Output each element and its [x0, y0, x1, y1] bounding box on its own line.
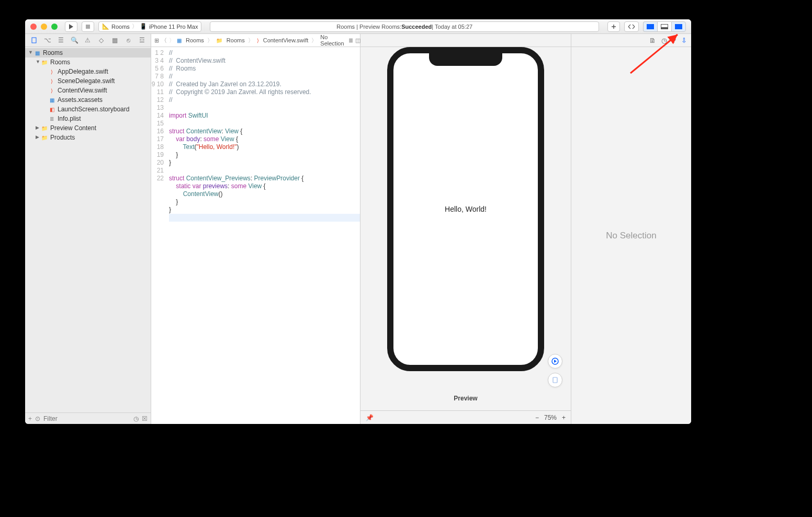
svg-rect-7: [32, 38, 36, 43]
project-icon: ▦: [177, 37, 182, 44]
chevron-right-icon: 〉: [207, 37, 213, 44]
jumpbar-project[interactable]: Rooms: [186, 37, 204, 43]
jump-bar[interactable]: ⊞ 〈 〉 ▦ Rooms 〉 📁 Rooms 〉 ⟩ ContentView.…: [151, 34, 360, 47]
tree-file-infoplist[interactable]: ≣Info.plist: [25, 114, 151, 123]
stop-button[interactable]: [82, 21, 94, 32]
find-navigator-tab[interactable]: 🔍: [70, 36, 78, 44]
minimize-window-button[interactable]: [41, 24, 47, 30]
source-editor: ⊞ 〈 〉 ▦ Rooms 〉 📁 Rooms 〉 ⟩ ContentView.…: [151, 34, 360, 424]
forward-button[interactable]: 〉: [169, 36, 175, 44]
code-area[interactable]: 1 2 3 4 5 6 7 8 9 10 11 12 13 14 15 16 1…: [151, 47, 360, 424]
navigator-tabs: ⌥ ☰ 🔍 ⚠ ◇ ▦ ⎋ ☲: [25, 34, 151, 47]
svg-rect-0: [86, 25, 90, 29]
report-navigator-tab[interactable]: ☲: [138, 36, 146, 44]
adjust-editor-button[interactable]: ◫: [355, 36, 360, 44]
debug-navigator-tab[interactable]: ▦: [110, 36, 119, 44]
svg-rect-2: [647, 24, 649, 29]
navigator-footer: + ⊙ ◷ ☒: [25, 412, 151, 424]
back-button[interactable]: 〈: [161, 36, 167, 44]
scm-filter-button[interactable]: ☒: [142, 415, 148, 422]
issue-navigator-tab[interactable]: ⚠: [84, 36, 92, 44]
toggle-debug-area-button[interactable]: [657, 21, 671, 32]
editor-area: ⊞ 〈 〉 ▦ Rooms 〉 📁 Rooms 〉 ⟩ ContentView.…: [151, 34, 691, 424]
tree-file-scenedelegate[interactable]: ⟩SceneDelegate.swift: [25, 76, 151, 86]
code-review-button[interactable]: [624, 21, 639, 32]
filter-icon: ⊙: [35, 415, 40, 422]
preview-on-device-button[interactable]: [548, 373, 562, 387]
zoom-out-button[interactable]: −: [535, 414, 539, 421]
source-text[interactable]: //// ContentView.swift// Rooms//// Creat…: [167, 47, 360, 424]
filter-input[interactable]: [43, 415, 130, 422]
tree-label: SceneDelegate.swift: [58, 77, 115, 85]
tree-label: ContentView.swift: [58, 87, 107, 94]
quick-help-tab[interactable]: ?: [672, 37, 676, 44]
jumpbar-group[interactable]: Rooms: [227, 37, 245, 43]
line-gutter: 1 2 3 4 5 6 7 8 9 10 11 12 13 14 15 16 1…: [151, 47, 167, 424]
tree-label: Info.plist: [58, 115, 81, 122]
tree-file-assets[interactable]: ▦Assets.xcassets: [25, 95, 151, 105]
zoom-in-button[interactable]: +: [562, 414, 566, 421]
tree-label: Assets.xcassets: [58, 96, 103, 104]
tree-file-appdelegate[interactable]: ⟩AppDelegate.swift: [25, 67, 151, 76]
folder-icon: 📁: [216, 37, 222, 44]
project-navigator-tab[interactable]: [30, 36, 38, 44]
tree-label: Products: [50, 134, 75, 141]
test-navigator-tab[interactable]: ◇: [97, 36, 106, 44]
activity-status: Rooms | Preview Rooms: Succeeded | Today…: [210, 21, 599, 32]
recent-filter-button[interactable]: ◷: [133, 415, 139, 422]
zoom-window-button[interactable]: [51, 24, 58, 30]
tree-file-launchscreen[interactable]: ◧LaunchScreen.storyboard: [25, 105, 151, 114]
toggle-navigator-button[interactable]: [643, 21, 657, 32]
live-preview-button[interactable]: [548, 354, 562, 369]
tree-group-preview-content[interactable]: ▶📁Preview Content: [25, 123, 151, 133]
pin-preview-button[interactable]: 📌: [366, 414, 374, 421]
attributes-inspector-tab[interactable]: ⇩: [681, 37, 687, 44]
tree-label: Rooms: [43, 49, 63, 56]
editor-options-button[interactable]: ≣: [348, 36, 353, 44]
panel-toggles: [643, 21, 686, 32]
jumpbar-selection[interactable]: No Selection: [320, 34, 344, 47]
inspector-tabs: 🗎 ◷ ? ⇩: [571, 34, 691, 47]
svg-rect-9: [553, 377, 557, 383]
tree-label: AppDelegate.swift: [58, 68, 108, 75]
scheme-device-label: iPhone 11 Pro Max: [149, 24, 198, 30]
library-button[interactable]: [607, 21, 620, 32]
chevron-right-icon: 〉: [311, 37, 317, 44]
close-window-button[interactable]: [30, 24, 37, 30]
add-file-button[interactable]: +: [28, 415, 32, 422]
jumpbar-file[interactable]: ContentView.swift: [263, 37, 309, 43]
tree-label: Rooms: [50, 59, 70, 66]
device-notch: [429, 53, 502, 66]
chevron-right-icon: 〉: [248, 37, 254, 44]
chevron-right-icon: 〉: [132, 22, 138, 30]
toolbar: 📐 Rooms 〉 📱 iPhone 11 Pro Max Rooms | Pr…: [25, 19, 691, 34]
app-icon: 📐: [102, 23, 109, 30]
tree-label: Preview Content: [50, 124, 96, 132]
tree-group-products[interactable]: ▶📁Products: [25, 133, 151, 142]
tree-group-rooms[interactable]: ▼📁Rooms: [25, 58, 151, 67]
toggle-inspector-button[interactable]: [671, 21, 686, 32]
tree-label: LaunchScreen.storyboard: [58, 106, 129, 113]
related-items-button[interactable]: ⊞: [154, 36, 159, 44]
svg-rect-4: [661, 27, 668, 29]
status-result: Succeeded: [401, 24, 432, 30]
xcode-window: 📐 Rooms 〉 📱 iPhone 11 Pro Max Rooms | Pr…: [25, 19, 691, 424]
inspector-empty-state: No Selection: [571, 47, 691, 424]
zoom-level[interactable]: 75%: [544, 414, 557, 421]
tree-file-contentview[interactable]: ⟩ContentView.swift: [25, 86, 151, 95]
symbol-navigator-tab[interactable]: ☰: [57, 36, 65, 44]
simulator-device-frame: Hello, World!: [387, 47, 544, 371]
project-tree[interactable]: ▼▦Rooms ▼📁Rooms ⟩AppDelegate.swift ⟩Scen…: [25, 47, 151, 412]
breakpoint-navigator-tab[interactable]: ⎋: [124, 36, 132, 44]
scheme-selector[interactable]: 📐 Rooms 〉 📱 iPhone 11 Pro Max: [98, 21, 201, 32]
preview-canvas: Hello, World! Preview 📌 − 75% +: [360, 34, 571, 424]
history-inspector-tab[interactable]: ◷: [661, 37, 667, 44]
canvas-topbar: [360, 34, 571, 47]
scheme-project-label: Rooms: [111, 24, 130, 30]
source-control-navigator-tab[interactable]: ⌥: [43, 36, 52, 44]
status-prefix: Rooms | Preview Rooms:: [336, 24, 401, 30]
file-inspector-tab[interactable]: 🗎: [649, 37, 656, 44]
swift-icon: ⟩: [257, 37, 259, 44]
run-button[interactable]: [65, 21, 77, 32]
tree-project-root[interactable]: ▼▦Rooms: [25, 48, 151, 58]
